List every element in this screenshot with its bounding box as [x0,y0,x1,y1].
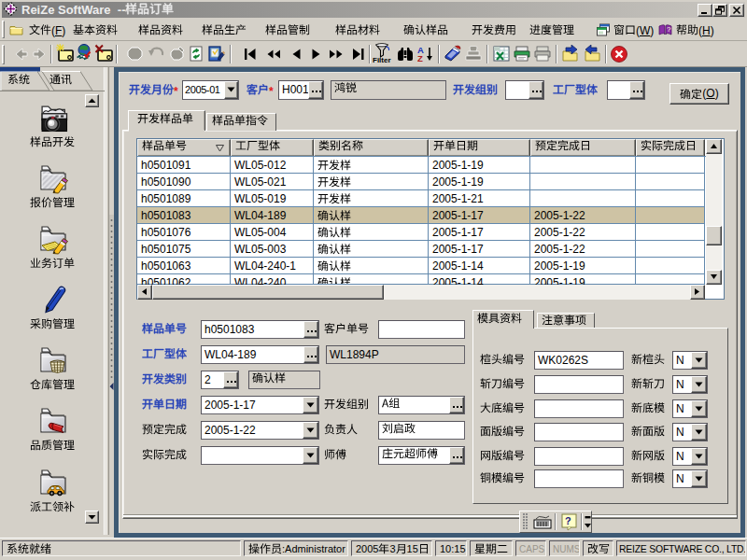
svg-text:Z: Z [417,53,423,63]
svg-text:?: ? [565,515,571,526]
svg-text:?: ? [667,25,671,34]
